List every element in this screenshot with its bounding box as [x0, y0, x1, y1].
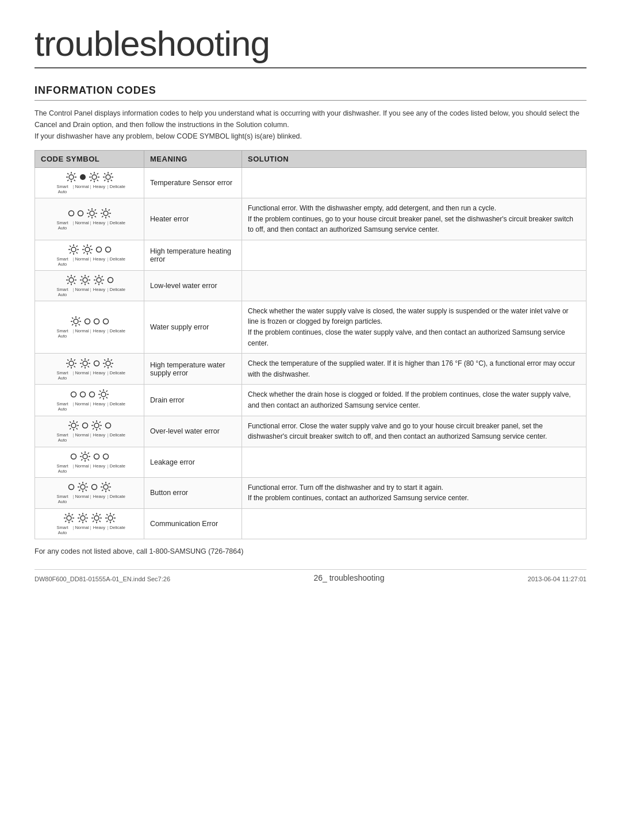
page-title: troubleshooting [34, 23, 586, 68]
code-symbol-4: Smart Auto| Normal| Heavy| Delicate [35, 270, 144, 301]
table-row: Smart Auto| Normal| Heavy| Delicate Wate… [35, 301, 586, 353]
meaning-2: Heater error [144, 198, 242, 240]
meaning-1: Temperature Sensor error [144, 168, 242, 198]
solution-7: Check whether the drain hose is clogged … [242, 385, 586, 416]
meaning-7: Drain error [144, 385, 242, 416]
table-row: Smart Auto| Normal| Heavy| Delicate Comm… [35, 508, 586, 539]
date-info: 2013-06-04 11:27:01 [528, 576, 586, 582]
table-row: Smart Auto| Normal| Heavy| Delicate Leak… [35, 447, 586, 477]
col-header-solution: SOLUTION [242, 151, 586, 168]
code-symbol-2: Smart Auto| Normal| Heavy| Delicate [35, 198, 144, 240]
col-header-meaning: MEANING [144, 151, 242, 168]
solution-10: Functional error. Turn off the dishwashe… [242, 477, 586, 508]
solution-4 [242, 270, 586, 301]
table-row: Smart Auto| Normal| Heavy| Delicate High… [35, 354, 586, 385]
meaning-11: Communication Error [144, 508, 242, 539]
table-row: Smart Auto| Normal| Heavy| Delicate Over… [35, 416, 586, 447]
intro-paragraph-1: The Control Panel displays information c… [34, 108, 586, 142]
page-container: troubleshooting INFORMATION CODES The Co… [34, 23, 586, 582]
table-row: Smart Auto| Normal| Heavy| Delicate Heat… [35, 198, 586, 240]
table-row: Smart Auto| Normal| Heavy| Delicate High… [35, 240, 586, 270]
code-symbol-5: Smart Auto| Normal| Heavy| Delicate [35, 301, 144, 353]
meaning-9: Leakage error [144, 447, 242, 477]
code-symbol-9: Smart Auto| Normal| Heavy| Delicate [35, 447, 144, 477]
table-row: Smart Auto| Normal| Heavy| Delicate Temp… [35, 168, 586, 198]
section-title: INFORMATION CODES [34, 85, 586, 101]
solution-5: Check whether the water supply valve is … [242, 301, 586, 353]
col-header-code: CODE SYMBOL [35, 151, 144, 168]
info-codes-table: CODE SYMBOL MEANING SOLUTION [34, 150, 586, 539]
solution-6: Check the temperature of the supplied wa… [242, 354, 586, 385]
solution-8: Functional error. Close the water supply… [242, 416, 586, 447]
meaning-10: Button error [144, 477, 242, 508]
page-number: 26_ troubleshooting [313, 573, 384, 582]
meaning-6: High temperature water supply error [144, 354, 242, 385]
solution-9 [242, 447, 586, 477]
doc-info: DW80F600_DD81-01555A-01_EN.indd Sec7:26 [34, 576, 170, 582]
meaning-5: Water supply error [144, 301, 242, 353]
table-row: Smart Auto| Normal| Heavy| Delicate Low-… [35, 270, 586, 301]
meaning-8: Over-level water error [144, 416, 242, 447]
code-symbol-10: Smart Auto| Normal| Heavy| Delicate [35, 477, 144, 508]
code-symbol-8: Smart Auto| Normal| Heavy| Delicate [35, 416, 144, 447]
code-symbol-7: Smart Auto| Normal| Heavy| Delicate [35, 385, 144, 416]
code-symbol-3: Smart Auto| Normal| Heavy| Delicate [35, 240, 144, 270]
code-symbol-1: Smart Auto| Normal| Heavy| Delicate [35, 168, 144, 198]
page-footer: DW80F600_DD81-01555A-01_EN.indd Sec7:26 … [34, 569, 586, 582]
meaning-3: High temperature heating error [144, 240, 242, 270]
footer-note: For any codes not listed above, call 1-8… [34, 547, 586, 555]
code-symbol-6: Smart Auto| Normal| Heavy| Delicate [35, 354, 144, 385]
solution-11 [242, 508, 586, 539]
code-symbol-11: Smart Auto| Normal| Heavy| Delicate [35, 508, 144, 539]
solution-1 [242, 168, 586, 198]
solution-2: Functional error. With the dishwasher em… [242, 198, 586, 240]
meaning-4: Low-level water error [144, 270, 242, 301]
solution-3 [242, 240, 586, 270]
table-row: Smart Auto| Normal| Heavy| Delicate Butt… [35, 477, 586, 508]
table-row: Smart Auto| Normal| Heavy| Delicate Drai… [35, 385, 586, 416]
